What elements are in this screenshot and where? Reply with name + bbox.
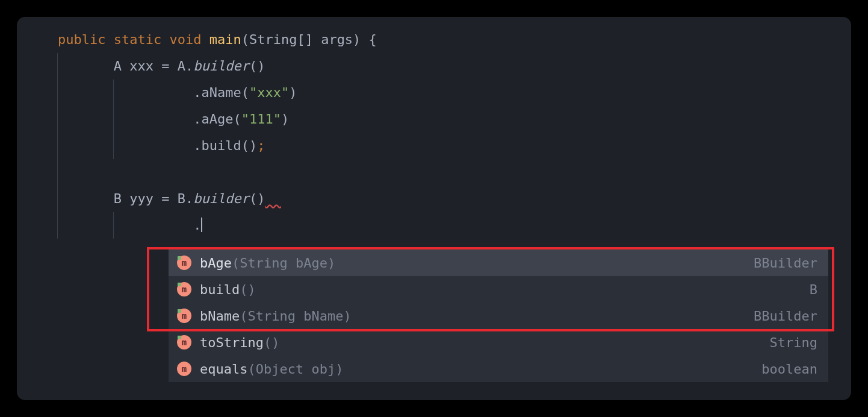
- method-icon: m: [177, 256, 191, 270]
- completion-name: toString: [200, 335, 264, 350]
- code-line-blank[interactable]: [17, 159, 851, 186]
- code-line[interactable]: .build();: [17, 133, 851, 159]
- params: (String[] args) {: [241, 32, 377, 47]
- type-b: B: [169, 191, 185, 206]
- code-editor-panel[interactable]: public static void main(String[] args) {…: [17, 17, 851, 400]
- type-a: A: [114, 58, 122, 74]
- method-icon: m: [177, 309, 191, 323]
- code-line[interactable]: .: [17, 212, 851, 239]
- code-line[interactable]: .aAge("111"): [17, 106, 851, 133]
- parens: (): [249, 58, 265, 74]
- var-xxx: xxx: [122, 58, 161, 74]
- type-a: A: [169, 58, 185, 74]
- completion-params: (): [264, 335, 280, 350]
- code-line[interactable]: A xxx = A.builder(): [17, 53, 851, 80]
- code-line[interactable]: public static void main(String[] args) {: [17, 27, 851, 53]
- method-build: build: [201, 138, 241, 153]
- semicolon: ;: [257, 138, 265, 153]
- method-aage: aAge: [201, 111, 233, 127]
- builder-call: builder: [193, 58, 249, 74]
- builder-call: builder: [193, 191, 249, 206]
- dot: .: [193, 111, 201, 127]
- method-icon: m: [177, 362, 191, 376]
- parens: (): [249, 191, 265, 206]
- completion-return-type: B: [810, 282, 817, 297]
- error-underline-icon: [265, 191, 281, 206]
- completion-name: bAge: [200, 256, 232, 271]
- completion-return-type: String: [770, 335, 817, 350]
- completion-item-bage[interactable]: m bAge(String bAge) BBuilder: [169, 249, 828, 276]
- type-b: B: [114, 191, 122, 206]
- keyword-void: void: [169, 32, 201, 47]
- completion-params: (): [240, 282, 256, 297]
- method-icon: m: [177, 282, 191, 296]
- completion-name: bName: [200, 309, 240, 324]
- completion-params: (String bAge): [232, 256, 335, 271]
- parens: (): [241, 138, 258, 153]
- string-xxx: "xxx": [249, 85, 289, 100]
- keyword-public: public: [58, 32, 105, 47]
- completion-item-build[interactable]: m build() B: [169, 276, 828, 303]
- completion-return-type: BBuilder: [754, 309, 817, 324]
- dot: .: [193, 138, 201, 153]
- text-cursor-icon: [201, 218, 202, 232]
- op-eq: =: [161, 58, 169, 74]
- paren-open: (: [241, 85, 249, 100]
- string-111: "111": [241, 111, 281, 127]
- keyword-static: static: [114, 32, 161, 47]
- method-aname: aName: [201, 85, 241, 100]
- completion-item-equals[interactable]: m equals(Object obj) boolean: [169, 356, 828, 382]
- var-yyy: yyy: [122, 191, 161, 206]
- dot: .: [193, 218, 201, 233]
- method-main: main: [209, 32, 241, 47]
- autocomplete-popup[interactable]: m bAge(String bAge) BBuilder m build() B…: [169, 249, 828, 382]
- completion-item-tostring[interactable]: m toString() String: [169, 329, 828, 356]
- method-icon: m: [177, 335, 191, 350]
- completion-return-type: boolean: [761, 362, 817, 377]
- completion-name: equals: [200, 362, 247, 377]
- dot: .: [193, 85, 201, 100]
- paren-open: (: [233, 111, 241, 127]
- completion-item-bname[interactable]: m bName(String bName) BBuilder: [169, 303, 828, 329]
- completion-name: build: [200, 282, 240, 297]
- completion-return-type: BBuilder: [754, 256, 817, 271]
- paren-close: ): [289, 85, 297, 100]
- completion-params: (String bName): [240, 309, 351, 324]
- dot: .: [185, 191, 193, 206]
- code-line[interactable]: B yyy = B.builder(): [17, 186, 851, 212]
- code-line[interactable]: .aName("xxx"): [17, 80, 851, 106]
- dot: .: [185, 58, 193, 74]
- paren-close: ): [281, 111, 289, 127]
- completion-params: (Object obj): [247, 362, 343, 377]
- op-eq: =: [161, 191, 169, 206]
